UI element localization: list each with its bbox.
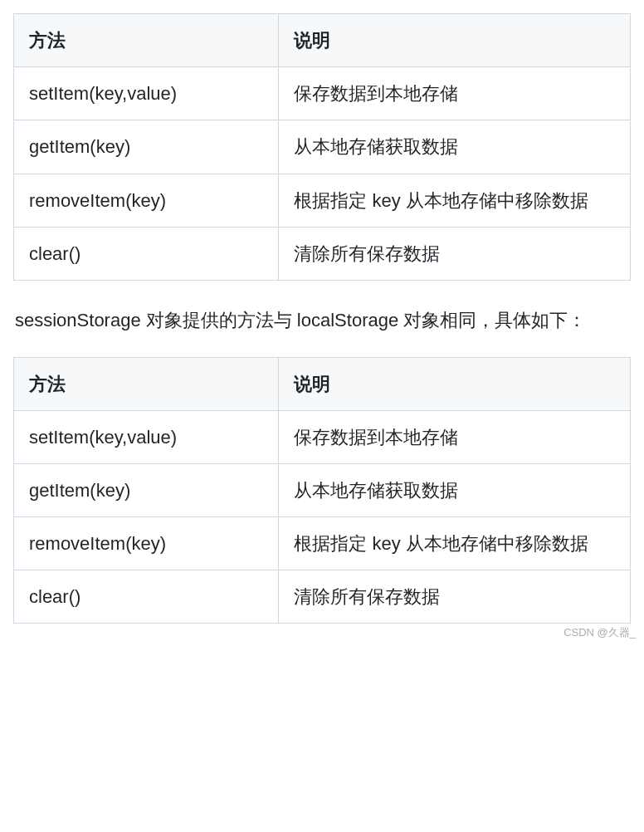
- desc-cell: 保存数据到本地存储: [279, 410, 631, 463]
- table-row: clear() 清除所有保存数据: [14, 570, 631, 624]
- watermark: CSDN @久器_: [564, 625, 636, 640]
- desc-cell: 根据指定 key 从本地存储中移除数据: [279, 517, 631, 570]
- table-header-method: 方法: [14, 14, 279, 67]
- session-storage-methods-table: 方法 说明 setItem(key,value) 保存数据到本地存储 getIt…: [13, 357, 631, 624]
- method-cell: removeItem(key): [14, 517, 279, 570]
- table-header-desc: 说明: [279, 357, 631, 410]
- table-header-method: 方法: [14, 357, 279, 410]
- method-cell: clear(): [14, 227, 279, 280]
- desc-cell: 从本地存储获取数据: [279, 463, 631, 516]
- session-storage-paragraph: sessionStorage 对象提供的方法与 localStorage 对象相…: [15, 304, 629, 337]
- desc-cell: 根据指定 key 从本地存储中移除数据: [279, 174, 631, 227]
- table-header-row: 方法 说明: [14, 14, 631, 67]
- method-cell: setItem(key,value): [14, 410, 279, 463]
- method-cell: getItem(key): [14, 120, 279, 174]
- table-row: removeItem(key) 根据指定 key 从本地存储中移除数据: [14, 174, 631, 227]
- table-header-desc: 说明: [279, 14, 631, 67]
- table-row: removeItem(key) 根据指定 key 从本地存储中移除数据: [14, 517, 631, 570]
- method-cell: setItem(key,value): [14, 67, 279, 120]
- table-row: getItem(key) 从本地存储获取数据: [14, 463, 631, 516]
- table-row: getItem(key) 从本地存储获取数据: [14, 120, 631, 174]
- table-row: setItem(key,value) 保存数据到本地存储: [14, 67, 631, 120]
- method-cell: getItem(key): [14, 463, 279, 516]
- method-cell: removeItem(key): [14, 174, 279, 227]
- desc-cell: 从本地存储获取数据: [279, 120, 631, 174]
- method-cell: clear(): [14, 570, 279, 624]
- table-header-row: 方法 说明: [14, 357, 631, 410]
- desc-cell: 保存数据到本地存储: [279, 67, 631, 120]
- local-storage-methods-table: 方法 说明 setItem(key,value) 保存数据到本地存储 getIt…: [13, 13, 631, 281]
- table-row: clear() 清除所有保存数据: [14, 227, 631, 280]
- desc-cell: 清除所有保存数据: [279, 570, 631, 624]
- desc-cell: 清除所有保存数据: [279, 227, 631, 280]
- table-row: setItem(key,value) 保存数据到本地存储: [14, 410, 631, 463]
